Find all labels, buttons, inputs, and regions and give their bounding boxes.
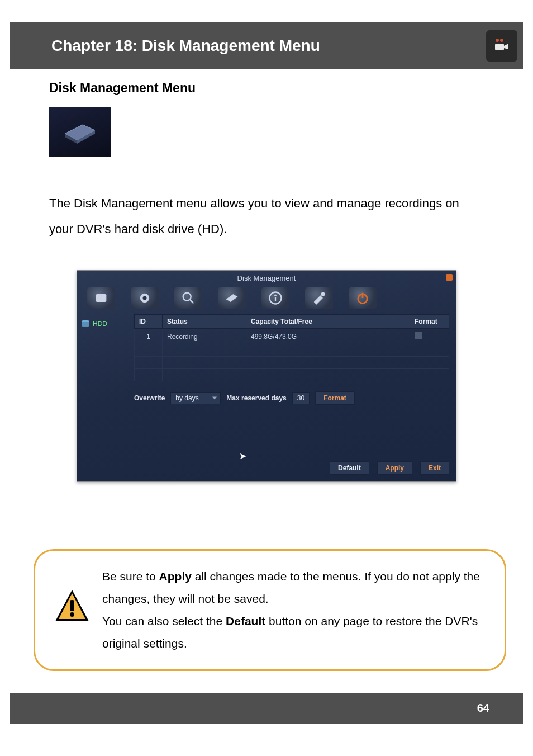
overwrite-label: Overwrite: [134, 394, 165, 402]
chevron-down-icon: [212, 397, 217, 400]
exit-button[interactable]: Exit: [420, 461, 449, 475]
sidebar-item-hdd[interactable]: HDD: [77, 316, 127, 331]
col-capacity: Capacity Total/Free: [246, 315, 410, 329]
window-title: Disk Management: [77, 271, 456, 284]
svg-point-0: [496, 39, 499, 42]
col-status: Status: [163, 315, 246, 329]
disk-thumbnail: [49, 107, 111, 157]
table-row[interactable]: 1 Recording 499.8G/473.0G: [135, 329, 449, 344]
svg-point-6: [183, 293, 191, 301]
max-days-label: Max reserved days: [226, 394, 286, 402]
svg-rect-3: [96, 294, 107, 302]
cell-id: 1: [135, 329, 163, 344]
tab-system-icon[interactable]: [87, 287, 115, 309]
dvr-screenshot: Disk Management HDD ID: [77, 270, 456, 482]
page-footer: 64: [10, 693, 523, 724]
camera-icon: [486, 30, 517, 62]
table-row: [135, 369, 449, 381]
close-icon[interactable]: [446, 274, 453, 281]
callout-text-1a: Be sure to: [102, 570, 159, 583]
sidebar-item-label: HDD: [93, 320, 107, 328]
chapter-header: Chapter 18: Disk Management Menu: [10, 22, 523, 69]
svg-line-7: [191, 300, 194, 304]
intro-paragraph: The Disk Management menu allows you to v…: [49, 191, 484, 242]
svg-rect-15: [70, 600, 74, 611]
svg-point-16: [70, 612, 74, 617]
svg-point-9: [274, 295, 277, 297]
tab-disk-icon[interactable]: [218, 287, 246, 309]
overwrite-dropdown[interactable]: by days: [170, 392, 221, 404]
tab-power-icon[interactable]: [349, 287, 377, 309]
callout-text-2a: You can also select the: [102, 615, 226, 627]
apply-button[interactable]: Apply: [377, 461, 412, 475]
svg-point-11: [321, 292, 325, 296]
cell-status: Recording: [163, 329, 246, 344]
hdd-table: ID Status Capacity Total/Free Format 1 R…: [134, 314, 449, 381]
cell-capacity: 499.8G/473.0G: [246, 329, 410, 344]
options-row: Overwrite by days Max reserved days 30 F…: [134, 391, 449, 405]
section-heading: Disk Management Menu: [49, 81, 533, 96]
cursor-icon: ➤: [239, 451, 246, 461]
main-panel: ID Status Capacity Total/Free Format 1 R…: [127, 314, 456, 481]
window-title-text: Disk Management: [237, 274, 296, 282]
svg-point-5: [143, 296, 147, 300]
tab-bar: [77, 284, 456, 314]
max-days-input[interactable]: 30: [292, 392, 310, 404]
overwrite-value: by days: [175, 394, 198, 402]
tab-maintain-icon[interactable]: [305, 287, 333, 309]
default-button[interactable]: Default: [330, 461, 369, 475]
format-button[interactable]: Format: [315, 391, 355, 405]
warning-icon: [52, 587, 92, 634]
callout-text: Be sure to Apply all changes made to the…: [102, 565, 488, 655]
cell-format[interactable]: [410, 329, 449, 344]
footer-buttons: Default Apply Exit: [330, 461, 449, 475]
format-checkbox[interactable]: [415, 332, 422, 339]
callout-bold-apply: Apply: [159, 570, 192, 583]
svg-point-1: [500, 39, 503, 42]
chapter-title: Chapter 18: Disk Management Menu: [51, 37, 320, 55]
tab-info-icon[interactable]: [261, 287, 289, 309]
tab-search-icon[interactable]: [174, 287, 202, 309]
col-id: ID: [135, 315, 163, 329]
svg-rect-10: [275, 297, 276, 301]
table-row: [135, 357, 449, 369]
warning-callout: Be sure to Apply all changes made to the…: [34, 549, 506, 671]
page-number: 64: [477, 702, 489, 715]
tab-record-icon[interactable]: [131, 287, 159, 309]
table-row: [135, 344, 449, 357]
callout-bold-default: Default: [226, 615, 265, 627]
sidebar: HDD: [77, 314, 127, 481]
col-format: Format: [410, 315, 449, 329]
svg-rect-2: [495, 44, 504, 50]
